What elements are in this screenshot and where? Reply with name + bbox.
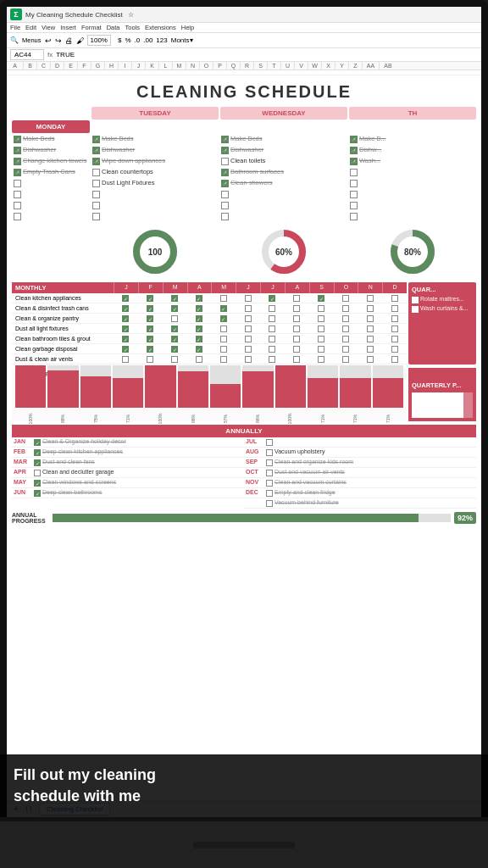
- menu-help[interactable]: Help: [181, 24, 194, 31]
- task-monday-3: ✓ Change kitchen towels: [12, 156, 90, 166]
- monthly-progress-section: MONTHLY PROGRESS 100%: [12, 368, 476, 421]
- checkbox-tuesday-4[interactable]: [92, 169, 100, 176]
- annual-title: ANNUALLY: [12, 425, 476, 437]
- menu-file[interactable]: File: [10, 24, 20, 31]
- wednesday-pct-label: 80%: [404, 248, 421, 257]
- checkbox-thursday-2[interactable]: ✓: [350, 147, 358, 154]
- task-monday-2: ✓ Dishwasher: [12, 145, 90, 155]
- redo-icon[interactable]: ↪: [55, 36, 62, 45]
- task-wednesday-4: ✓ Bathroom surfaces: [219, 167, 347, 177]
- monthly-header: MONTHLY J F M A M J J A S O N D: [12, 282, 407, 293]
- annual-aug: AUG Vacuum upholstery: [244, 448, 476, 458]
- monthly-title: MONTHLY: [12, 282, 114, 293]
- checkbox-monday-3[interactable]: ✓: [14, 158, 21, 165]
- bar-jul: 57%: [210, 365, 241, 421]
- checkbox-tuesday-3[interactable]: ✓: [92, 158, 100, 165]
- annual-right-col: JUL AUG Vacuum upholstery SEP Cl: [244, 437, 476, 509]
- annual-grid: JAN ✓ Clean & Organize holiday decor FEB…: [12, 437, 476, 509]
- bar-aug: 86%: [242, 365, 273, 421]
- menu-insert[interactable]: Insert: [60, 24, 76, 31]
- checkbox-thursday-4[interactable]: [350, 169, 358, 176]
- monthly-task-row-2: Clean & disinfect trash cans ✓ ✓ ✓ ✓ ✓: [12, 303, 407, 314]
- subtitle-line1: Fill out my cleaning: [14, 766, 156, 783]
- bar-sep: 100%: [275, 365, 306, 421]
- task-wednesday-3: Clean toilets: [219, 156, 347, 166]
- monthly-progress-bars: 100% 88% 75%: [15, 379, 403, 421]
- task-tuesday-2: ✓ Dishwasher: [91, 145, 219, 155]
- task-monday-6: [12, 189, 90, 199]
- format123-icon: 123: [156, 36, 167, 44]
- annual-progress-label: ANNUALPROGRESS: [12, 512, 49, 524]
- checkbox-tuesday-2[interactable]: ✓: [92, 147, 100, 154]
- menu-tools[interactable]: Tools: [125, 24, 141, 31]
- cell-reference[interactable]: AC44: [10, 49, 44, 60]
- annual-sep: SEP Clean and organize kids room: [244, 458, 476, 468]
- task-wednesday-1: ✓ Make Beds: [219, 134, 347, 144]
- monthly-task-row-1: Clean kitchen appliances ✓ ✓ ✓ ✓ ✓ ✓: [12, 293, 407, 303]
- sheets-logo: Σ: [10, 8, 22, 20]
- checkbox-wednesday-5[interactable]: ✓: [221, 180, 229, 187]
- quarterly-panel: QUAR... Rotate mattres... Wash curtains …: [408, 282, 476, 364]
- annual-mar: MAR ✓ Dust and clean fans: [12, 458, 244, 468]
- bar-jan: 100%: [15, 365, 46, 421]
- sheets-menu-bar[interactable]: File Edit View Insert Format Data Tools …: [7, 23, 481, 33]
- monthly-task-row-6: Clean garbage disposal ✓ ✓ ✓ ✓: [12, 344, 407, 354]
- checkbox-monday-1[interactable]: ✓: [14, 136, 21, 143]
- menu-format[interactable]: Format: [81, 24, 102, 31]
- quarterly-progress-panel: QUARTERLY P...: [408, 368, 476, 421]
- menu-view[interactable]: View: [42, 24, 55, 31]
- annual-section: ANNUALLY JAN ✓ Clean & Organize holiday …: [12, 425, 476, 509]
- menu-data[interactable]: Data: [107, 24, 120, 31]
- bar-jun: 86%: [178, 365, 208, 421]
- magnifier-icon: 🔍: [10, 36, 19, 44]
- checkbox-monday-2[interactable]: ✓: [14, 147, 21, 154]
- browser-bar: Σ My Cleaning Schedule Checklist ☆: [7, 7, 481, 23]
- formula-value: TRUE: [56, 51, 75, 58]
- print-icon[interactable]: 🖨: [65, 36, 73, 45]
- checkbox-wednesday-3[interactable]: [221, 158, 229, 165]
- formula-bar: AC44 fx TRUE: [7, 48, 481, 62]
- paint-icon[interactable]: 🖌: [76, 36, 84, 45]
- checkbox-thursday-3[interactable]: ✓: [350, 158, 358, 165]
- font-dropdown[interactable]: Monts▾: [171, 36, 193, 44]
- day-headers-row2: MONDAY: [12, 120, 476, 133]
- task-monday-5: [12, 178, 90, 188]
- checkbox-monday-5[interactable]: [14, 180, 21, 187]
- subtitle-line2: schedule with me: [14, 787, 141, 804]
- task-monday-1: ✓ Make Beds: [12, 134, 90, 144]
- task-thursday-3: ✓ Wash...: [348, 156, 476, 166]
- checkbox-monday-4[interactable]: ✓: [14, 169, 21, 176]
- task-thursday-6: [348, 189, 476, 199]
- task-tuesday-7: [91, 200, 219, 210]
- task-monday-4: ✓ Empty Trash Cans: [12, 167, 90, 177]
- quarterly-progress-bar: [412, 392, 473, 418]
- checkbox-thursday-1[interactable]: ✓: [350, 136, 358, 143]
- bar-nov: 71%: [340, 365, 370, 421]
- task-wednesday-5: ✓ Clean showers: [219, 178, 347, 188]
- checkbox-tuesday-1[interactable]: ✓: [92, 136, 100, 143]
- menu-edit[interactable]: Edit: [25, 24, 36, 31]
- bar-feb: 88%: [47, 365, 78, 421]
- bar-dec: 71%: [373, 365, 403, 421]
- checkbox-thursday-5[interactable]: [350, 180, 358, 187]
- star-icon: ☆: [128, 11, 134, 19]
- checkbox-wednesday-4[interactable]: ✓: [221, 169, 229, 176]
- undo-icon[interactable]: ↩: [45, 36, 52, 45]
- annual-jan: JAN ✓ Clean & Organize holiday decor: [12, 437, 244, 448]
- annual-extra: Vacuum behind furniture: [244, 498, 476, 509]
- checkbox-wednesday-2[interactable]: ✓: [221, 147, 229, 154]
- annual-feb: FEB ✓ Deep clean kitchen appliances: [12, 448, 244, 458]
- checkbox-tuesday-5[interactable]: [92, 180, 100, 187]
- quarterly-title: QUAR...: [412, 286, 473, 293]
- zoom-level[interactable]: 100%: [87, 35, 111, 46]
- checkbox-wednesday-1[interactable]: ✓: [221, 136, 229, 143]
- spreadsheet-body: CLEANING SCHEDULE TUESDAY WEDNESDAY TH M…: [7, 70, 481, 630]
- day-header-monday: MONDAY: [12, 120, 90, 133]
- monday-progress-circle: 100: [92, 226, 219, 277]
- menu-extensions[interactable]: Extensions: [145, 24, 176, 31]
- task-thursday-1: ✓ Make B...: [348, 134, 476, 144]
- task-wednesday-7: [219, 200, 347, 210]
- monitor-stand: [0, 821, 488, 868]
- task-monday-7: [12, 200, 90, 210]
- task-monday-8: [12, 211, 90, 221]
